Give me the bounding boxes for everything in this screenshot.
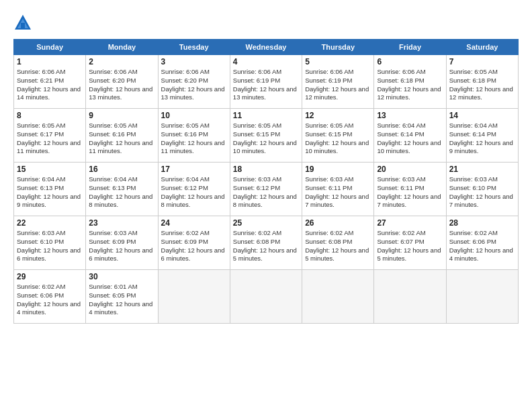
day-info: Sunrise: 6:05 AM Sunset: 6:16 PM Dayligh… (161, 122, 227, 156)
day-cell-19: 19 Sunrise: 6:03 AM Sunset: 6:11 PM Dayl… (302, 163, 374, 216)
day-cell-25: 25 Sunrise: 6:02 AM Sunset: 6:08 PM Dayl… (230, 216, 302, 270)
day-cell-7: 7 Sunrise: 6:05 AM Sunset: 6:18 PM Dayli… (446, 55, 518, 109)
day-cell-18: 18 Sunrise: 6:03 AM Sunset: 6:12 PM Dayl… (230, 163, 302, 216)
day-cell-3: 3 Sunrise: 6:06 AM Sunset: 6:20 PM Dayli… (158, 55, 230, 109)
empty-cell (230, 270, 302, 324)
day-info: Sunrise: 6:03 AM Sunset: 6:11 PM Dayligh… (305, 175, 371, 210)
header-wednesday: Wednesday (230, 40, 302, 55)
day-cell-24: 24 Sunrise: 6:02 AM Sunset: 6:09 PM Dayl… (158, 216, 230, 270)
day-number: 17 (161, 165, 227, 174)
day-cell-22: 22 Sunrise: 6:03 AM Sunset: 6:10 PM Dayl… (14, 216, 86, 270)
header-saturday: Saturday (446, 40, 518, 55)
header (13, 11, 519, 32)
day-cell-8: 8 Sunrise: 6:05 AM Sunset: 6:17 PM Dayli… (14, 109, 86, 163)
header-tuesday: Tuesday (158, 40, 230, 55)
day-number: 11 (233, 111, 299, 120)
day-number: 16 (89, 165, 154, 174)
day-number: 19 (305, 165, 371, 174)
day-number: 2 (89, 57, 154, 66)
day-number: 28 (449, 218, 515, 228)
header-sunday: Sunday (14, 40, 86, 55)
day-cell-2: 2 Sunrise: 6:06 AM Sunset: 6:20 PM Dayli… (86, 55, 158, 109)
day-cell-29: 29 Sunrise: 6:02 AM Sunset: 6:06 PM Dayl… (14, 270, 86, 324)
logo-icon (13, 13, 32, 32)
empty-cell (446, 270, 518, 324)
day-info: Sunrise: 6:03 AM Sunset: 6:10 PM Dayligh… (17, 229, 83, 263)
header-friday: Friday (374, 40, 446, 55)
day-info: Sunrise: 6:05 AM Sunset: 6:15 PM Dayligh… (233, 122, 299, 156)
empty-cell (158, 270, 230, 324)
day-cell-6: 6 Sunrise: 6:06 AM Sunset: 6:18 PM Dayli… (374, 55, 446, 109)
day-number: 7 (449, 57, 515, 66)
day-info: Sunrise: 6:04 AM Sunset: 6:13 PM Dayligh… (17, 175, 83, 210)
day-number: 5 (305, 57, 371, 66)
header-monday: Monday (86, 40, 158, 55)
day-cell-30: 30 Sunrise: 6:01 AM Sunset: 6:05 PM Dayl… (86, 270, 158, 324)
day-info: Sunrise: 6:06 AM Sunset: 6:19 PM Dayligh… (233, 68, 299, 102)
day-cell-16: 16 Sunrise: 6:04 AM Sunset: 6:13 PM Dayl… (86, 163, 158, 216)
day-info: Sunrise: 6:01 AM Sunset: 6:05 PM Dayligh… (89, 283, 154, 317)
day-cell-27: 27 Sunrise: 6:02 AM Sunset: 6:07 PM Dayl… (374, 216, 446, 270)
day-number: 29 (17, 272, 83, 281)
day-number: 8 (17, 111, 83, 120)
day-number: 6 (377, 57, 443, 66)
day-info: Sunrise: 6:04 AM Sunset: 6:14 PM Dayligh… (377, 122, 443, 156)
week-row-3: 15 Sunrise: 6:04 AM Sunset: 6:13 PM Dayl… (14, 163, 519, 216)
header-thursday: Thursday (302, 40, 374, 55)
day-cell-20: 20 Sunrise: 6:03 AM Sunset: 6:11 PM Dayl… (374, 163, 446, 216)
day-number: 4 (233, 57, 299, 66)
day-cell-10: 10 Sunrise: 6:05 AM Sunset: 6:16 PM Dayl… (158, 109, 230, 163)
day-number: 14 (449, 111, 515, 120)
day-number: 20 (377, 165, 443, 174)
day-info: Sunrise: 6:04 AM Sunset: 6:13 PM Dayligh… (89, 175, 154, 210)
day-info: Sunrise: 6:06 AM Sunset: 6:20 PM Dayligh… (89, 68, 154, 102)
svg-rect-2 (21, 23, 25, 28)
week-row-5: 29 Sunrise: 6:02 AM Sunset: 6:06 PM Dayl… (14, 270, 519, 324)
empty-cell (374, 270, 446, 324)
day-info: Sunrise: 6:05 AM Sunset: 6:15 PM Dayligh… (305, 122, 371, 156)
day-number: 25 (233, 218, 299, 228)
day-number: 15 (17, 165, 83, 174)
day-cell-21: 21 Sunrise: 6:03 AM Sunset: 6:10 PM Dayl… (446, 163, 518, 216)
day-cell-26: 26 Sunrise: 6:02 AM Sunset: 6:08 PM Dayl… (302, 216, 374, 270)
day-number: 22 (17, 218, 83, 228)
day-number: 26 (305, 218, 371, 228)
day-info: Sunrise: 6:05 AM Sunset: 6:18 PM Dayligh… (449, 68, 515, 102)
day-number: 12 (305, 111, 371, 120)
day-cell-14: 14 Sunrise: 6:04 AM Sunset: 6:14 PM Dayl… (446, 109, 518, 163)
day-number: 18 (233, 165, 299, 174)
day-cell-15: 15 Sunrise: 6:04 AM Sunset: 6:13 PM Dayl… (14, 163, 86, 216)
page: Sunday Monday Tuesday Wednesday Thursday… (0, 0, 532, 330)
day-info: Sunrise: 6:05 AM Sunset: 6:16 PM Dayligh… (89, 122, 154, 156)
day-cell-13: 13 Sunrise: 6:04 AM Sunset: 6:14 PM Dayl… (374, 109, 446, 163)
day-number: 27 (377, 218, 443, 228)
day-info: Sunrise: 6:03 AM Sunset: 6:11 PM Dayligh… (377, 175, 443, 210)
day-info: Sunrise: 6:03 AM Sunset: 6:09 PM Dayligh… (89, 229, 154, 263)
day-cell-5: 5 Sunrise: 6:06 AM Sunset: 6:19 PM Dayli… (302, 55, 374, 109)
day-number: 10 (161, 111, 227, 120)
logo (13, 13, 35, 32)
day-info: Sunrise: 6:02 AM Sunset: 6:06 PM Dayligh… (449, 229, 515, 263)
day-number: 30 (89, 272, 154, 281)
empty-cell (302, 270, 374, 324)
day-cell-4: 4 Sunrise: 6:06 AM Sunset: 6:19 PM Dayli… (230, 55, 302, 109)
day-number: 9 (89, 111, 154, 120)
day-cell-1: 1 Sunrise: 6:06 AM Sunset: 6:21 PM Dayli… (14, 55, 86, 109)
day-info: Sunrise: 6:06 AM Sunset: 6:20 PM Dayligh… (161, 68, 227, 102)
day-number: 1 (17, 57, 83, 66)
week-row-1: 1 Sunrise: 6:06 AM Sunset: 6:21 PM Dayli… (14, 55, 519, 109)
week-row-4: 22 Sunrise: 6:03 AM Sunset: 6:10 PM Dayl… (14, 216, 519, 270)
day-cell-17: 17 Sunrise: 6:04 AM Sunset: 6:12 PM Dayl… (158, 163, 230, 216)
day-info: Sunrise: 6:03 AM Sunset: 6:12 PM Dayligh… (233, 175, 299, 210)
day-cell-11: 11 Sunrise: 6:05 AM Sunset: 6:15 PM Dayl… (230, 109, 302, 163)
day-info: Sunrise: 6:06 AM Sunset: 6:18 PM Dayligh… (377, 68, 443, 102)
day-number: 21 (449, 165, 515, 174)
day-info: Sunrise: 6:06 AM Sunset: 6:21 PM Dayligh… (17, 68, 83, 102)
day-info: Sunrise: 6:04 AM Sunset: 6:12 PM Dayligh… (161, 175, 227, 210)
day-number: 23 (89, 218, 154, 228)
day-info: Sunrise: 6:02 AM Sunset: 6:08 PM Dayligh… (233, 229, 299, 263)
day-info: Sunrise: 6:02 AM Sunset: 6:09 PM Dayligh… (161, 229, 227, 263)
week-row-2: 8 Sunrise: 6:05 AM Sunset: 6:17 PM Dayli… (14, 109, 519, 163)
day-info: Sunrise: 6:02 AM Sunset: 6:07 PM Dayligh… (377, 229, 443, 263)
day-cell-9: 9 Sunrise: 6:05 AM Sunset: 6:16 PM Dayli… (86, 109, 158, 163)
